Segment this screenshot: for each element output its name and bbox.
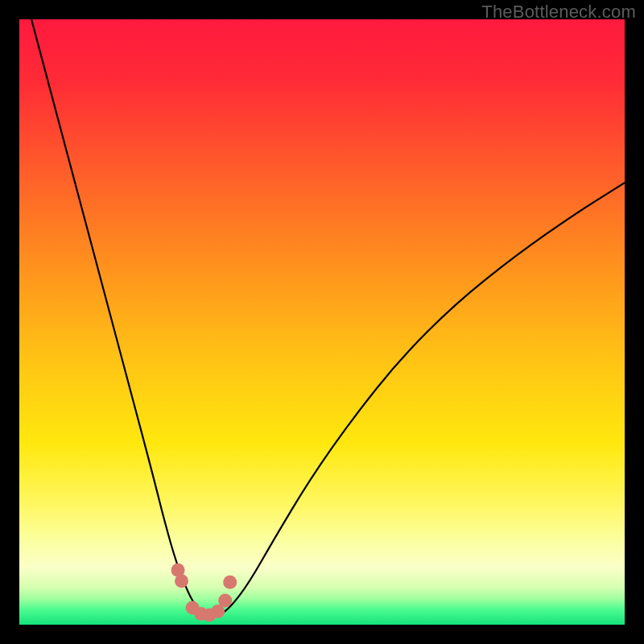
- gradient-background: [19, 19, 625, 625]
- marker-point: [218, 593, 232, 607]
- marker-point: [223, 576, 237, 589]
- bottleneck-chart: [19, 19, 625, 625]
- chart-frame: [19, 19, 625, 625]
- marker-point: [175, 574, 188, 588]
- watermark-label: TheBottleneck.com: [481, 2, 636, 23]
